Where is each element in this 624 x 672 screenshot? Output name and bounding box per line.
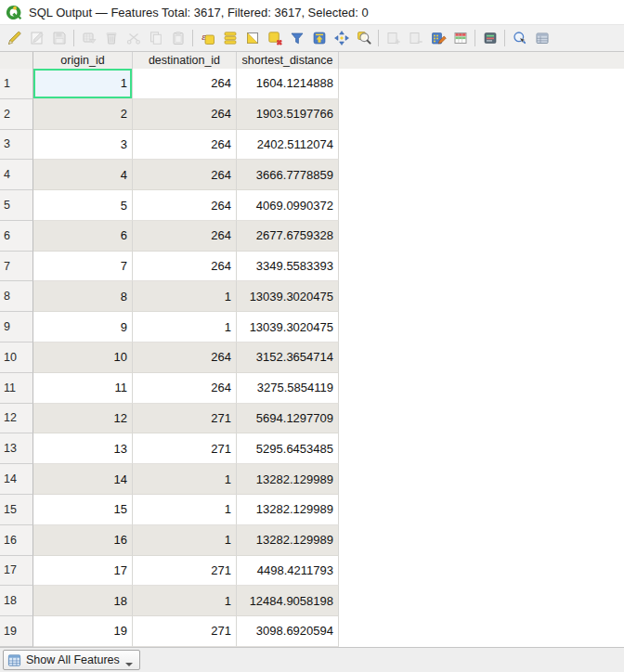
select-by-expression-icon[interactable]: ε: [197, 27, 218, 49]
cell-shortest-distance[interactable]: 3349.5583393: [237, 252, 339, 282]
cell-origin-id[interactable]: 7: [33, 252, 133, 282]
cell-shortest-distance[interactable]: 3275.5854119: [237, 373, 339, 404]
row-number-cell[interactable]: 12: [0, 404, 33, 434]
cell-shortest-distance[interactable]: 13282.129989: [237, 495, 339, 525]
dropdown-arrow-icon: [125, 663, 133, 666]
cell-shortest-distance[interactable]: 4069.0990372: [237, 190, 339, 221]
actions-icon[interactable]: [509, 27, 530, 49]
conditional-formatting-icon[interactable]: [449, 27, 471, 49]
selected-cell[interactable]: 1: [33, 69, 133, 99]
cell-destination-id[interactable]: 271: [133, 433, 237, 464]
row-number-cell[interactable]: 14: [0, 464, 33, 495]
column-header-shortest-distance[interactable]: shortest_distance: [237, 52, 339, 69]
row-number-cell[interactable]: 7: [0, 252, 33, 282]
row-number-cell[interactable]: 11: [0, 373, 33, 404]
cell-destination-id[interactable]: 271: [133, 404, 237, 434]
filter-select-by-form-icon[interactable]: [286, 27, 307, 49]
cell-shortest-distance[interactable]: 1903.5197766: [237, 99, 339, 130]
cell-shortest-distance[interactable]: 5694.1297709: [237, 404, 339, 434]
cell-origin-id[interactable]: 4: [33, 160, 133, 190]
cell-destination-id[interactable]: 1: [133, 525, 237, 556]
zoom-to-selection-icon[interactable]: [353, 27, 374, 49]
feature-filter-button[interactable]: Show All Features: [3, 650, 140, 670]
row-number-cell[interactable]: 6: [0, 221, 33, 252]
cell-origin-id[interactable]: 9: [33, 312, 133, 342]
field-calculator-icon[interactable]: [427, 27, 448, 49]
cell-destination-id[interactable]: 264: [133, 252, 237, 282]
cell-destination-id[interactable]: 264: [133, 130, 237, 161]
cell-origin-id[interactable]: 19: [33, 616, 133, 647]
row-number-cell[interactable]: 13: [0, 433, 33, 464]
move-selection-to-top-icon[interactable]: [308, 27, 330, 49]
cell-origin-id[interactable]: 8: [33, 281, 133, 312]
table-row: 12122715694.1297709: [0, 404, 624, 434]
row-number-cell[interactable]: 1: [0, 69, 33, 99]
toggle-editing-icon[interactable]: [4, 27, 25, 49]
cell-origin-id[interactable]: 13: [33, 433, 133, 464]
cell-origin-id[interactable]: 11: [33, 373, 133, 404]
table-row: 112641604.1214888: [0, 69, 624, 99]
cell-shortest-distance[interactable]: 5295.6453485: [237, 433, 339, 464]
dock-attribute-table-icon[interactable]: [479, 27, 500, 49]
row-number-cell[interactable]: 17: [0, 556, 33, 587]
column-header-origin-id[interactable]: origin_id: [33, 52, 133, 69]
cell-destination-id[interactable]: 1: [133, 281, 237, 312]
cell-origin-id[interactable]: 2: [33, 99, 133, 130]
cell-origin-id[interactable]: 10: [33, 342, 133, 373]
cell-origin-id[interactable]: 12: [33, 404, 133, 434]
pan-to-selection-icon[interactable]: [331, 27, 352, 49]
cell-shortest-distance[interactable]: 13039.3020475: [237, 312, 339, 342]
row-number-cell[interactable]: 4: [0, 160, 33, 190]
cell-destination-id[interactable]: 1: [133, 312, 237, 342]
cell-origin-id[interactable]: 3: [33, 130, 133, 161]
row-number-cell[interactable]: 16: [0, 525, 33, 556]
cell-shortest-distance[interactable]: 1604.1214888: [237, 69, 339, 99]
cell-destination-id[interactable]: 264: [133, 373, 237, 404]
row-number-cell[interactable]: 2: [0, 99, 33, 130]
cell-destination-id[interactable]: 271: [133, 616, 237, 647]
cell-destination-id[interactable]: 1: [133, 586, 237, 616]
cell-destination-id[interactable]: 1: [133, 464, 237, 495]
cell-destination-id[interactable]: 264: [133, 160, 237, 190]
cell-destination-id[interactable]: 264: [133, 221, 237, 252]
cell-origin-id[interactable]: 17: [33, 556, 133, 587]
invert-selection-icon[interactable]: [241, 27, 263, 49]
cell-origin-id[interactable]: 15: [33, 495, 133, 525]
cell-shortest-distance[interactable]: 3098.6920594: [237, 616, 339, 647]
row-number-cell[interactable]: 10: [0, 342, 33, 373]
cell-shortest-distance[interactable]: 12484.9058198: [237, 586, 339, 616]
cell-destination-id[interactable]: 264: [133, 190, 237, 221]
row-number-cell[interactable]: 9: [0, 312, 33, 342]
cell-origin-id[interactable]: 6: [33, 221, 133, 252]
row-number-cell[interactable]: 15: [0, 495, 33, 525]
cell-destination-id[interactable]: 1: [133, 495, 237, 525]
cell-shortest-distance[interactable]: 13282.129989: [237, 464, 339, 495]
cell-shortest-distance[interactable]: 2677.6759328: [237, 221, 339, 252]
cell-origin-id[interactable]: 16: [33, 525, 133, 556]
row-number-cell[interactable]: 3: [0, 130, 33, 161]
row-number-cell[interactable]: 8: [0, 281, 33, 312]
form-view-icon[interactable]: [531, 27, 552, 49]
row-number-cell[interactable]: 5: [0, 190, 33, 221]
cell-destination-id[interactable]: 264: [133, 342, 237, 373]
cell-origin-id[interactable]: 5: [33, 190, 133, 221]
toolbar-separator: [192, 30, 193, 46]
select-all-icon[interactable]: [219, 27, 240, 49]
cell-origin-id[interactable]: 18: [33, 586, 133, 616]
feature-filter-label: Show All Features: [26, 653, 120, 666]
cell-origin-id[interactable]: 14: [33, 464, 133, 495]
cell-shortest-distance[interactable]: 13039.3020475: [237, 281, 339, 312]
row-number-cell[interactable]: 19: [0, 616, 33, 647]
column-header-destination-id[interactable]: destination_id: [133, 52, 237, 69]
cell-shortest-distance[interactable]: 3666.7778859: [237, 160, 339, 190]
cell-shortest-distance[interactable]: 4498.4211793: [237, 556, 339, 587]
cell-destination-id[interactable]: 264: [133, 99, 237, 130]
corner-header[interactable]: [0, 52, 33, 69]
cell-destination-id[interactable]: 271: [133, 556, 237, 587]
deselect-all-icon[interactable]: [264, 27, 285, 49]
row-number-cell[interactable]: 18: [0, 586, 33, 616]
cell-shortest-distance[interactable]: 3152.3654714: [237, 342, 339, 373]
cell-shortest-distance[interactable]: 13282.129989: [237, 525, 339, 556]
cell-shortest-distance[interactable]: 2402.5112074: [237, 130, 339, 161]
cell-destination-id[interactable]: 264: [133, 69, 237, 99]
